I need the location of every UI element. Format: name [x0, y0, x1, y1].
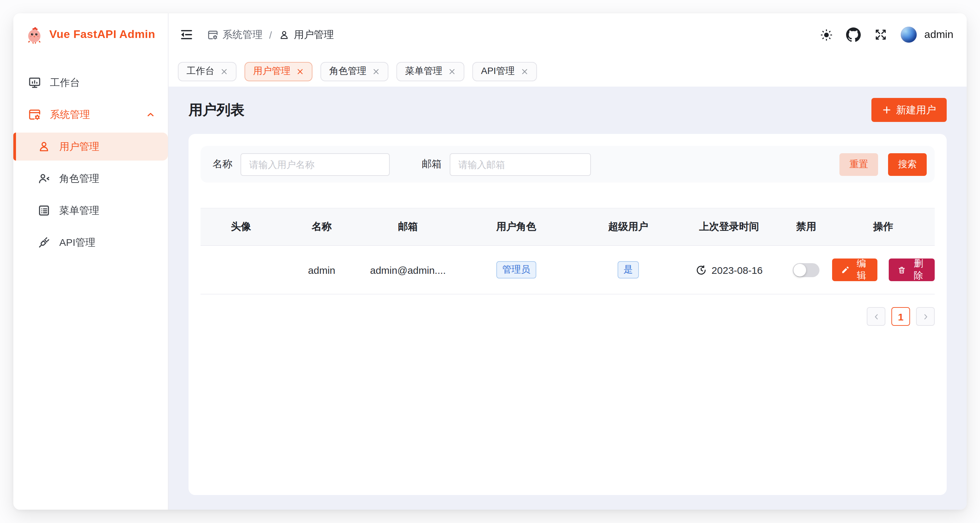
column-header-actions: 操作	[832, 221, 935, 233]
tab-label: API管理	[481, 65, 515, 77]
delete-button[interactable]: 删除	[889, 259, 935, 281]
monitor-icon	[28, 76, 41, 89]
page-title: 用户列表	[189, 100, 245, 119]
superuser-tag: 是	[617, 261, 639, 278]
chevron-up-icon	[145, 109, 156, 120]
content-area: 用户列表 新建用户 名称 邮箱	[169, 87, 967, 510]
column-header-disabled: 禁用	[781, 221, 832, 233]
sidebar-item-label: API管理	[59, 236, 95, 249]
sidebar: Vue FastAPI Admin 工作台	[13, 13, 169, 510]
user-icon	[37, 140, 51, 153]
edit-label: 编辑	[854, 258, 869, 282]
pagination-prev-button[interactable]	[867, 307, 885, 326]
sidebar-item-users[interactable]: 用户管理	[13, 133, 168, 161]
column-header-email: 邮箱	[362, 221, 454, 233]
close-icon[interactable]	[372, 68, 380, 75]
tab-roles[interactable]: 角色管理	[320, 62, 388, 81]
cell-superuser: 是	[579, 261, 678, 278]
sidebar-item-label: 系统管理	[50, 108, 90, 121]
column-header-name: 名称	[281, 221, 362, 233]
close-icon[interactable]	[296, 68, 304, 75]
sidebar-item-api[interactable]: API管理	[13, 229, 168, 256]
chick-logo-icon	[25, 25, 43, 44]
tab-label: 菜单管理	[405, 65, 442, 77]
breadcrumb-separator: /	[269, 29, 272, 40]
clock-icon	[695, 264, 707, 275]
close-icon[interactable]	[449, 68, 456, 75]
sidebar-item-label: 用户管理	[59, 140, 99, 153]
tab-label: 工作台	[186, 65, 215, 77]
sidebar-item-roles[interactable]: 角色管理	[13, 165, 168, 192]
sidebar-item-label: 菜单管理	[59, 204, 99, 217]
breadcrumb-item-system[interactable]: 系统管理	[207, 28, 262, 41]
app-title: Vue FastAPI Admin	[49, 28, 155, 41]
tabbar: 工作台 用户管理 角色管理	[169, 56, 967, 87]
cell-role: 管理员	[454, 261, 579, 278]
edit-button[interactable]: 编辑	[832, 259, 877, 281]
pagination-next-button[interactable]	[916, 307, 935, 326]
reset-button[interactable]: 重置	[839, 153, 878, 176]
sidebar-menu: 工作台 系统管理	[13, 56, 168, 261]
menu-list-icon	[37, 204, 51, 217]
search-button[interactable]: 搜索	[888, 153, 927, 176]
tab-label: 用户管理	[253, 65, 291, 77]
cell-disabled	[781, 263, 832, 277]
fullscreen-icon[interactable]	[874, 27, 888, 42]
tab-label: 角色管理	[329, 65, 366, 77]
plus-icon	[882, 105, 891, 114]
column-header-role: 用户角色	[454, 221, 579, 233]
sidebar-item-menus[interactable]: 菜单管理	[13, 197, 168, 224]
tab-menus[interactable]: 菜单管理	[396, 62, 465, 81]
logo[interactable]: Vue FastAPI Admin	[13, 13, 168, 56]
trash-icon	[898, 265, 906, 274]
users-table: 头像 名称 邮箱 用户角色 超级用户 上次登录时间 禁用 操作 admin	[200, 208, 935, 294]
filter-panel: 名称 邮箱 重置 搜索	[200, 146, 935, 183]
pencil-icon	[840, 265, 849, 274]
role-icon	[37, 172, 51, 185]
disabled-toggle[interactable]	[793, 263, 819, 277]
breadcrumb-label: 系统管理	[223, 28, 262, 41]
tab-api[interactable]: API管理	[473, 62, 537, 81]
table-header-row: 头像 名称 邮箱 用户角色 超级用户 上次登录时间 禁用 操作	[200, 208, 935, 246]
window-gear-icon	[28, 108, 41, 121]
tab-workbench[interactable]: 工作台	[178, 62, 237, 81]
github-icon[interactable]	[846, 27, 861, 42]
column-header-avatar: 头像	[200, 221, 281, 233]
username[interactable]: admin	[924, 29, 953, 41]
cell-name: admin	[281, 264, 362, 275]
close-icon[interactable]	[221, 68, 228, 75]
sidebar-item-label: 角色管理	[59, 172, 99, 185]
topbar-actions: admin	[819, 27, 953, 43]
pagination-page-1[interactable]: 1	[891, 307, 910, 326]
pagination: 1	[200, 307, 935, 326]
sidebar-item-workbench[interactable]: 工作台	[13, 68, 168, 97]
user-avatar[interactable]	[901, 27, 917, 43]
delete-label: 删除	[911, 258, 926, 282]
theme-toggle-sun-icon[interactable]	[819, 27, 834, 42]
sidebar-item-label: 工作台	[50, 76, 80, 89]
table-row: admin admin@admin.... 管理员 是	[200, 246, 935, 294]
close-icon[interactable]	[521, 68, 528, 75]
breadcrumb-item-users[interactable]: 用户管理	[278, 28, 334, 41]
window-gear-icon	[207, 29, 218, 40]
breadcrumb: 系统管理 / 用户管理	[207, 28, 334, 41]
name-filter-label: 名称	[213, 158, 232, 170]
topbar: 系统管理 / 用户管理	[169, 13, 967, 56]
create-user-button[interactable]: 新建用户	[872, 98, 947, 122]
main-area: 系统管理 / 用户管理	[169, 13, 967, 510]
column-header-last-login: 上次登录时间	[678, 221, 781, 233]
table-card: 名称 邮箱 重置 搜索 头像 名称 邮箱	[189, 134, 947, 495]
email-filter-input[interactable]	[450, 153, 591, 176]
cell-actions: 编辑 删除	[832, 259, 935, 281]
sidebar-item-system[interactable]: 系统管理	[13, 100, 168, 129]
create-user-label: 新建用户	[896, 103, 936, 116]
name-filter-input[interactable]	[240, 153, 390, 176]
email-filter-label: 邮箱	[422, 158, 442, 170]
user-icon	[278, 29, 290, 40]
cell-email: admin@admin....	[362, 264, 454, 275]
tab-users[interactable]: 用户管理	[245, 62, 312, 81]
column-header-superuser: 超级用户	[579, 221, 678, 233]
app-window: Vue FastAPI Admin 工作台	[13, 13, 967, 510]
breadcrumb-label: 用户管理	[294, 28, 334, 41]
sidebar-collapse-button[interactable]	[177, 25, 197, 45]
